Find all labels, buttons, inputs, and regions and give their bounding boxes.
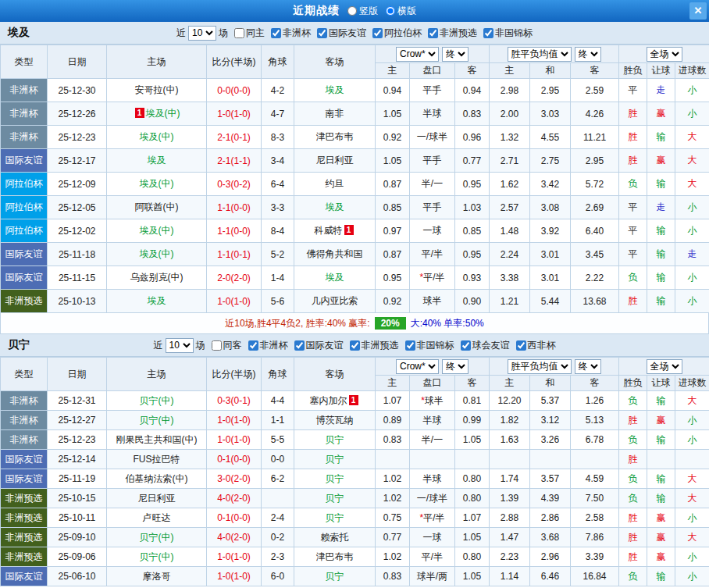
team-text: 贝宁(中) <box>140 395 174 406</box>
corners-cell: 8-4 <box>262 219 294 243</box>
competition-filter[interactable]: 国际友谊 <box>317 27 366 40</box>
fullmatch-select[interactable]: 全场 <box>647 359 682 374</box>
asia-handicap-cell: 半球 <box>410 411 455 430</box>
europe-away-odds-cell: 3.39 <box>571 547 619 567</box>
competition-checkbox[interactable] <box>405 340 415 351</box>
layout-option-horizontal[interactable]: 横版 <box>386 5 416 18</box>
close-button[interactable]: ✕ <box>689 2 707 20</box>
competition-checkbox[interactable] <box>516 340 526 351</box>
result-goals-cell: 小 <box>675 430 709 450</box>
match-row: 非洲杯 25-12-23 刚果民主共和国(中) 1-0(1-0) 5-5 贝宁 … <box>1 430 709 450</box>
bookmaker-select[interactable]: Crow* <box>396 47 439 62</box>
asia-handicap-cell: *球半 <box>410 391 455 411</box>
result-goals-cell: 大 <box>675 528 709 547</box>
home-team-cell: 摩洛哥 <box>107 567 207 586</box>
europe-away-odds-cell: 6.40 <box>571 219 619 243</box>
live-handicap-star: * <box>421 395 425 406</box>
competition-checkbox[interactable] <box>271 28 281 38</box>
competition-checkbox[interactable] <box>350 340 360 351</box>
away-team-cell: 约旦 <box>294 173 376 196</box>
europe-final-select[interactable]: 终 <box>575 47 601 62</box>
home-team-cell: 埃及(中) <box>107 173 207 196</box>
result-handicap-cell <box>647 450 675 469</box>
result-goals-cell: 大 <box>675 391 709 411</box>
europe-draw-odds-cell: 2.95 <box>530 79 571 102</box>
asia-away-odds-cell: 0.93 <box>455 266 490 290</box>
home-team-cell: 埃及(中) <box>107 219 207 243</box>
fullmatch-select[interactable]: 全场 <box>647 47 682 62</box>
competition-filter[interactable]: 非洲预选 <box>428 27 477 40</box>
subcol-asia-home: 主 <box>376 63 410 79</box>
result-goals-cell: 小 <box>675 79 709 102</box>
layout-option-vertical[interactable]: 竖版 <box>347 5 378 18</box>
asia-handicap-cell: 平手 <box>410 79 455 102</box>
same-venue-checkbox[interactable] <box>234 28 244 38</box>
asia-final-select[interactable]: 终 <box>442 47 469 62</box>
asia-home-odds-cell: 1.02 <box>376 469 410 489</box>
result-wdl-cell: 负 <box>619 489 647 508</box>
competition-filter[interactable]: 非洲杯 <box>248 339 288 352</box>
europe-final-select[interactable]: 终 <box>575 359 601 374</box>
competition-type-cell: 非洲杯 <box>1 411 48 430</box>
asia-away-odds-cell: 1.03 <box>455 196 490 219</box>
recent-count-select[interactable]: 10 <box>188 26 216 41</box>
same-venue-checkbox[interactable] <box>212 340 222 351</box>
competition-checkbox[interactable] <box>461 340 471 351</box>
match-row: 非洲杯 25-12-27 贝宁(中) 1-0(1-0) 1-1 博茨瓦纳 0.8… <box>1 411 709 430</box>
competition-checkbox[interactable] <box>317 28 327 38</box>
competition-filter[interactable]: 非洲杯 <box>271 27 311 40</box>
section-header-bar: 贝宁 近 10 场 同客 非洲杯国际友谊非洲预选非国锦标球会友谊西非杯 <box>0 334 709 357</box>
europe-away-odds-cell: 16.84 <box>571 567 619 586</box>
asia-home-odds-cell: 1.05 <box>376 102 410 126</box>
competition-checkbox[interactable] <box>372 28 383 38</box>
match-date-cell: 25-12-09 <box>48 173 107 196</box>
match-date-cell: 25-06-10 <box>48 567 107 586</box>
score-cell: 0-3(0-2) <box>207 173 262 196</box>
result-handicap-cell: 赢 <box>647 547 675 567</box>
team-text: 埃及 <box>326 201 344 212</box>
bookmaker-select[interactable]: Crow* <box>396 359 439 374</box>
home-team-cell: 乌兹别克(中) <box>107 266 207 290</box>
same-venue-filter[interactable]: 同主 <box>234 27 265 40</box>
asia-away-odds-cell: 0.96 <box>455 126 490 149</box>
asia-home-odds-cell: 1.02 <box>376 547 410 567</box>
home-team-cell: 埃及 <box>107 149 207 173</box>
competition-checkbox[interactable] <box>428 28 438 38</box>
away-team-cell: 佛得角共和国 <box>294 243 376 266</box>
europe-away-odds-cell: 11.21 <box>571 126 619 149</box>
home-team-cell: 刚果民主共和国(中) <box>107 430 207 450</box>
competition-checkbox[interactable] <box>248 340 258 351</box>
asia-final-select[interactable]: 终 <box>442 359 469 374</box>
competition-filter[interactable]: 阿拉伯杯 <box>372 27 422 40</box>
result-handicap-cell: 输 <box>647 469 675 489</box>
wdl-mean-select[interactable]: 胜平负均值 <box>508 47 572 62</box>
asia-handicap-cell: 平/半 <box>410 243 455 266</box>
match-date-cell: 25-12-23 <box>48 430 107 450</box>
competition-filter[interactable]: 国际友谊 <box>294 339 344 352</box>
competition-filter[interactable]: 西非杯 <box>516 339 556 352</box>
score-cell: 0-3(0-1) <box>207 391 262 411</box>
competition-filter[interactable]: 非国锦标 <box>405 339 454 352</box>
col-away: 客场 <box>294 358 376 391</box>
wdl-mean-select[interactable]: 胜平负均值 <box>508 359 572 374</box>
home-team-cell: 埃及(中) <box>107 243 207 266</box>
score-cell: 1-0(1-0) <box>207 411 262 430</box>
competition-checkbox[interactable] <box>483 28 493 38</box>
horizontal-radio[interactable] <box>386 6 395 16</box>
result-handicap-cell: 输 <box>647 219 675 243</box>
competition-filter[interactable]: 非洲预选 <box>350 339 399 352</box>
competition-checkbox[interactable] <box>294 340 305 351</box>
col-date: 日期 <box>48 358 107 391</box>
same-venue-filter[interactable]: 同客 <box>212 339 242 352</box>
result-wdl-cell: 平 <box>619 243 647 266</box>
recent-count-select[interactable]: 10 <box>166 338 194 353</box>
match-row: 国际友谊 25-11-19 伯基纳法索(中) 3-0(2-0) 6-2 贝宁 1… <box>1 469 709 489</box>
competition-label: 非洲预选 <box>440 27 477 40</box>
competition-filter[interactable]: 非国锦标 <box>483 27 533 40</box>
match-date-cell: 25-12-17 <box>48 149 107 173</box>
matches-table-egypt: 类型 日期 主场 比分(半场) 角球 客场 Crow* 终 胜平负均值 终 <box>0 45 709 313</box>
competition-type-cell: 国际友谊 <box>1 243 48 266</box>
vertical-radio[interactable] <box>347 6 357 16</box>
result-goals-cell: 小 <box>675 411 709 430</box>
competition-filter[interactable]: 球会友谊 <box>461 339 510 352</box>
